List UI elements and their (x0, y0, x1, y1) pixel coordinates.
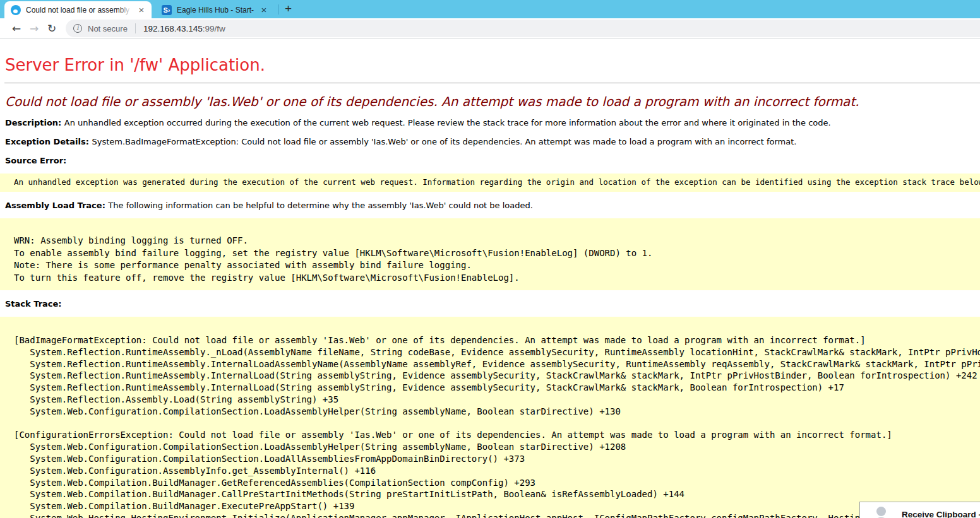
tab-close-icon[interactable]: × (259, 5, 269, 15)
url-path: :99/fw (203, 24, 225, 33)
browser-toolbar: ← → ↻ i Not secure 192.168.43.145:99/fw (0, 18, 980, 39)
source-error-label-line: Source Error: (5, 156, 975, 166)
assembly-load-trace-label: Assembly Load Trace: (5, 201, 108, 210)
source-error-box: An unhandled exception was generated dur… (0, 174, 980, 192)
forward-icon[interactable]: → (25, 22, 43, 35)
tab-eagle-hills-hub[interactable]: S› Eagle Hills Hub - Start-Original × (155, 1, 273, 18)
description-label: Description: (5, 118, 64, 127)
description-line: Description: An unhandled exception occu… (5, 118, 975, 128)
reload-icon[interactable]: ↻ (43, 22, 61, 35)
title-divider (4, 83, 980, 83)
notification-title: Receive Clipboard - 1 (902, 502, 980, 518)
tab-title: Eagle Hills Hub - Start-Original (177, 6, 254, 15)
new-tab-button[interactable]: + (284, 2, 296, 17)
address-bar[interactable]: i Not secure 192.168.43.145:99/fw (66, 20, 980, 37)
user-avatar (860, 502, 902, 518)
tab-title: Could not load file or assembly 'I (26, 6, 131, 15)
error-message: Could not load file or assembly 'Ias.Web… (5, 94, 975, 109)
assembly-load-trace-text: The following information can be helpful… (108, 201, 533, 210)
exception-details-text: System.BadImageFormatException: Could no… (92, 137, 796, 146)
browser-tab-strip: Could not load file or assembly 'I × S› … (0, 0, 980, 18)
stack-trace-label-line: Stack Trace: (5, 299, 975, 309)
back-icon[interactable]: ← (8, 22, 25, 35)
exception-details-label: Exception Details: (5, 137, 92, 146)
person-icon (876, 507, 886, 516)
exception-details-line: Exception Details: System.BadImageFormat… (5, 137, 975, 147)
error-page-content: Server Error in '/fw' Application. Could… (0, 39, 980, 518)
receive-clipboard-notification[interactable]: Receive Clipboard - 1 (859, 502, 980, 518)
url-host: 192.168.43.145 (143, 24, 203, 33)
info-icon[interactable]: i (73, 24, 82, 33)
assembly-load-trace-line: Assembly Load Trace: The following infor… (5, 201, 975, 211)
description-text: An unhandled exception occurred during t… (64, 118, 831, 127)
not-secure-label: Not secure (88, 24, 128, 33)
tab-server-error[interactable]: Could not load file or assembly 'I × (4, 1, 152, 18)
tab-strip-divider (278, 4, 278, 15)
page-title: Server Error in '/fw' Application. (5, 56, 975, 74)
error-page-favicon-icon (11, 5, 21, 15)
assembly-binding-log-box: WRN: Assembly binding logging is turned … (0, 218, 980, 290)
stack-trace-box: [BadImageFormatException: Could not load… (0, 317, 980, 518)
tab-close-icon[interactable]: × (136, 5, 146, 15)
sharepoint-favicon-icon: S› (162, 5, 172, 15)
omnibox-divider (135, 23, 136, 33)
